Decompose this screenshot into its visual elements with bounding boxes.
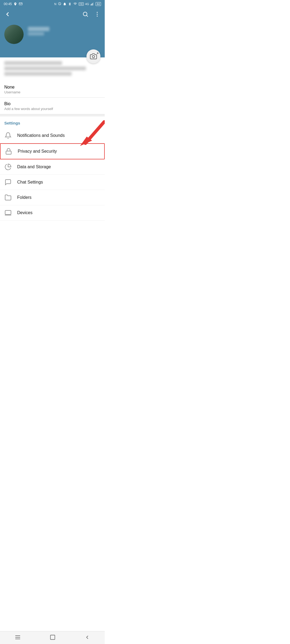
profile-header: + [0, 22, 105, 57]
search-icon [82, 11, 89, 17]
folders-label: Folders [17, 195, 31, 200]
back-button[interactable] [4, 11, 11, 19]
signal-icon [90, 2, 94, 6]
svg-rect-4 [93, 2, 93, 5]
svg-rect-3 [92, 3, 93, 6]
message-icon [19, 2, 23, 6]
svg-rect-1 [90, 4, 91, 5]
4g-badge: 4G [85, 2, 89, 6]
bio-hint: Add a few words about yourself [4, 107, 100, 111]
bell-off-icon [63, 2, 67, 6]
settings-item-folders[interactable]: Folders [0, 190, 105, 205]
svg-point-10 [92, 56, 95, 58]
search-button[interactable] [82, 11, 89, 19]
bell-icon [5, 132, 12, 139]
top-bar [0, 8, 105, 22]
devices-label: Devices [17, 210, 32, 215]
camera-fab-button[interactable]: + [86, 49, 100, 63]
laptop-icon [5, 209, 12, 216]
blurred-line-3 [4, 72, 72, 76]
status-icons: N HD 4G 44 [54, 2, 101, 6]
svg-rect-2 [91, 4, 92, 5]
hd-badge: HD [79, 2, 84, 6]
profile-name-blurred [28, 27, 49, 31]
blurred-line-2 [4, 67, 86, 70]
data-label: Data and Storage [17, 164, 51, 169]
bluetooth-icon [68, 2, 72, 6]
wifi-icon [73, 2, 77, 6]
lock-icon-container [5, 148, 12, 155]
nav-spacer [0, 221, 105, 236]
camera-plus-icon: + [97, 51, 99, 55]
settings-item-data[interactable]: Data and Storage [0, 159, 105, 175]
status-time: 00:45 [4, 2, 12, 6]
settings-section: Settings Notifications and Sounds Privac… [0, 116, 105, 221]
settings-item-notifications[interactable]: Notifications and Sounds [0, 128, 105, 143]
status-bar: 00:45 N HD 4G 44 [0, 0, 105, 8]
settings-item-devices[interactable]: Devices [0, 205, 105, 221]
back-arrow-icon [4, 11, 11, 17]
more-options-button[interactable] [94, 11, 100, 19]
svg-line-6 [87, 16, 88, 17]
folder-icon [5, 194, 12, 201]
top-bar-actions [82, 11, 100, 19]
settings-item-chat[interactable]: Chat Settings [0, 175, 105, 190]
bio-row[interactable]: Bio Add a few words about yourself [0, 98, 105, 114]
profile-status-blurred [28, 32, 44, 35]
lock-icon [5, 148, 12, 155]
svg-point-5 [83, 12, 87, 16]
battery-icon: 44 [96, 2, 101, 6]
camera-icon [90, 53, 97, 60]
blurred-line-1 [4, 61, 62, 65]
svg-point-8 [97, 14, 98, 15]
svg-rect-12 [6, 151, 11, 154]
privacy-row-wrapper: Privacy and Security [0, 143, 105, 159]
mute-icon: N [54, 2, 56, 6]
settings-section-title: Settings [0, 116, 105, 128]
svg-point-7 [97, 12, 98, 13]
folder-icon-container [4, 194, 12, 201]
svg-rect-15 [5, 210, 11, 214]
chat-bubble-icon [5, 179, 12, 186]
status-time-area: 00:45 [4, 2, 23, 6]
pie-icon [5, 163, 12, 170]
bubble-icon-container [4, 178, 12, 186]
bio-value: Bio [4, 101, 100, 106]
location-icon [13, 2, 17, 6]
username-value: None [4, 85, 100, 90]
chat-label: Chat Settings [17, 180, 43, 185]
alarm-icon [58, 2, 61, 6]
laptop-icon-container [4, 209, 12, 217]
settings-item-privacy[interactable]: Privacy and Security [0, 143, 105, 159]
notifications-label: Notifications and Sounds [17, 133, 65, 138]
pie-icon-container [4, 163, 12, 171]
svg-point-9 [97, 16, 98, 17]
more-vertical-icon [94, 11, 100, 17]
privacy-label: Privacy and Security [18, 149, 57, 154]
username-row[interactable]: None Username [0, 81, 105, 98]
bell-icon-container [4, 132, 12, 139]
username-label: Username [4, 90, 100, 94]
avatar[interactable] [4, 25, 24, 44]
profile-name-area [28, 25, 49, 35]
section-divider [0, 114, 105, 116]
